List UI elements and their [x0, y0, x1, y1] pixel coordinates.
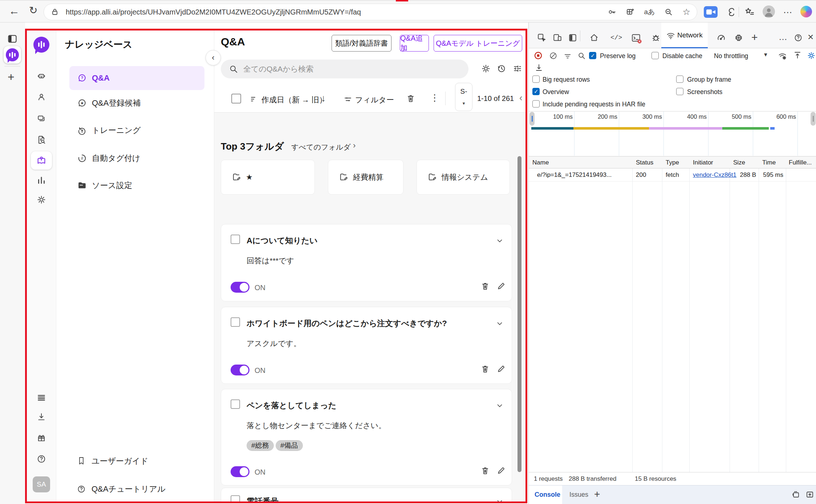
analytics-icon[interactable]: [37, 175, 46, 185]
drawer-tab-console[interactable]: Console: [529, 485, 562, 504]
qa-edit-icon[interactable]: [496, 364, 506, 374]
knowledge-base-active-item[interactable]: [31, 151, 52, 170]
column-divider[interactable]: [730, 156, 730, 472]
expand-chevron-icon[interactable]: [496, 320, 504, 328]
add-qa-button[interactable]: Q&A追加: [400, 35, 429, 52]
disable-cache-checkbox[interactable]: [651, 52, 659, 59]
big-request-rows-checkbox[interactable]: [532, 76, 540, 83]
column-divider[interactable]: [786, 156, 786, 472]
collapse-panel-button[interactable]: ‹: [206, 50, 221, 65]
menu-lines-icon[interactable]: [37, 393, 46, 402]
drawer-add-tab-icon[interactable]: +: [594, 489, 600, 499]
column-divider[interactable]: [662, 156, 662, 472]
qa-tag[interactable]: #総務: [247, 440, 274, 451]
account-badge[interactable]: SA: [33, 476, 50, 492]
screenshots-label[interactable]: Screenshots: [687, 88, 722, 96]
page-size-selector[interactable]: S- ▾: [455, 83, 472, 111]
page-size-caret-icon[interactable]: ▾: [455, 101, 472, 106]
prev-page-icon[interactable]: ‹: [519, 93, 523, 102]
nav-item-qa-tutorial[interactable]: Q&Aチュートリアル: [77, 484, 166, 495]
zoom-out-icon[interactable]: [664, 8, 673, 16]
preserve-log-checkbox[interactable]: [589, 52, 596, 59]
train-model-button[interactable]: Q&Aモデル トレーニング: [434, 35, 522, 52]
expand-chevron-icon[interactable]: [496, 497, 504, 503]
qa-toggle-on[interactable]: [231, 365, 249, 375]
col-header-name[interactable]: Name: [532, 159, 549, 166]
folder-card-it-systems[interactable]: 情報システム: [417, 160, 510, 195]
col-header-status[interactable]: Status: [636, 159, 653, 166]
search-history-icon[interactable]: [497, 64, 506, 73]
inspect-element-icon[interactable]: [537, 33, 547, 42]
preserve-log-label[interactable]: Preserve log: [600, 52, 636, 60]
gift-icon[interactable]: [37, 433, 46, 443]
search-settings-icon[interactable]: [481, 64, 491, 73]
overview-checkbox[interactable]: [532, 88, 540, 95]
group-by-frame-checkbox[interactable]: [676, 76, 683, 83]
nav-item-user-guide[interactable]: ユーザーガイド: [77, 456, 149, 467]
performance-tab-icon[interactable]: [716, 33, 726, 42]
memory-tab-icon[interactable]: [734, 33, 743, 42]
request-initiator-link[interactable]: vendor-Cxz86t1: [693, 171, 736, 179]
url-input[interactable]: [66, 8, 601, 16]
favorites-hub-icon[interactable]: [744, 7, 755, 17]
document-search-icon[interactable]: [37, 135, 46, 145]
big-request-rows-label[interactable]: Big request rows: [543, 76, 590, 84]
download-icon[interactable]: [37, 412, 46, 422]
nav-item-training[interactable]: トレーニング: [69, 118, 204, 142]
console-tab-icon[interactable]: [631, 33, 642, 44]
qa-search-bar[interactable]: [221, 60, 468, 78]
favorite-star-icon[interactable]: ☆: [682, 7, 690, 17]
alli-app-button[interactable]: [4, 46, 21, 64]
all-folders-link[interactable]: すべてのフォルダ: [291, 142, 351, 152]
qa-checkbox[interactable]: [231, 399, 240, 409]
dock-panel-icon[interactable]: [568, 33, 577, 42]
overview-left-handle[interactable]: [529, 112, 535, 126]
col-header-time[interactable]: Time: [762, 159, 776, 166]
search-tune-icon[interactable]: [513, 64, 522, 73]
home-tab-icon[interactable]: [589, 33, 599, 42]
more-tabs-icon[interactable]: +: [751, 32, 758, 43]
drawer-tab-issues[interactable]: Issues: [569, 491, 588, 499]
sources-tab-icon[interactable]: </>: [610, 34, 622, 41]
include-pending-label[interactable]: Include pending requests in HAR file: [543, 101, 645, 108]
site-info-icon[interactable]: [50, 8, 59, 16]
col-header-initiator[interactable]: Initiator: [693, 159, 713, 166]
sidebar-toggle-icon[interactable]: [7, 34, 17, 44]
qa-tag[interactable]: #備品: [276, 440, 303, 451]
refresh-icon[interactable]: ↻: [29, 5, 37, 16]
devtools-help-icon[interactable]: [794, 33, 803, 42]
folder-card-favorites[interactable]: ★: [221, 160, 315, 195]
qa-checkbox[interactable]: [231, 495, 240, 503]
record-network-icon[interactable]: [534, 51, 543, 60]
col-header-fulfilled[interactable]: Fulfille...: [789, 159, 812, 166]
column-divider[interactable]: [632, 156, 633, 472]
overview-label[interactable]: Overview: [543, 88, 569, 96]
sort-icon[interactable]: [250, 95, 259, 103]
qa-delete-icon[interactable]: [480, 466, 490, 475]
qa-checkbox[interactable]: [231, 317, 240, 327]
filter-icon[interactable]: [344, 95, 352, 104]
network-conditions-icon[interactable]: [778, 52, 787, 61]
import-har-icon[interactable]: [793, 51, 802, 60]
throttling-caret-icon[interactable]: ▾: [764, 52, 767, 58]
request-name[interactable]: e/?ip=1&_=17521419493...: [537, 171, 612, 179]
nav-item-qa[interactable]: ? Q&A: [69, 66, 204, 90]
user-icon[interactable]: [37, 92, 46, 102]
back-icon[interactable]: ←: [9, 5, 20, 16]
network-settings-gear-icon[interactable]: [807, 51, 816, 60]
nav-item-source-settings[interactable]: ソース設定: [69, 174, 204, 198]
add-app-icon[interactable]: +: [8, 71, 15, 83]
tab-network[interactable]: Network: [661, 23, 708, 48]
network-search-icon[interactable]: [577, 52, 586, 60]
nav-item-qa-candidates[interactable]: ★ Q&A登録候補: [69, 91, 204, 115]
sort-label[interactable]: 作成日（新 → 旧）: [261, 95, 327, 105]
search-input[interactable]: [243, 65, 468, 73]
devtools-menu-icon[interactable]: …: [779, 33, 787, 41]
column-divider[interactable]: [759, 156, 759, 472]
address-bar[interactable]: aあ ☆: [44, 4, 697, 20]
expand-chevron-icon[interactable]: [496, 237, 504, 245]
expand-chevron-icon[interactable]: [496, 402, 504, 410]
help-icon[interactable]: [37, 454, 46, 464]
delete-icon[interactable]: [406, 94, 415, 103]
device-emulation-icon[interactable]: [553, 33, 562, 42]
